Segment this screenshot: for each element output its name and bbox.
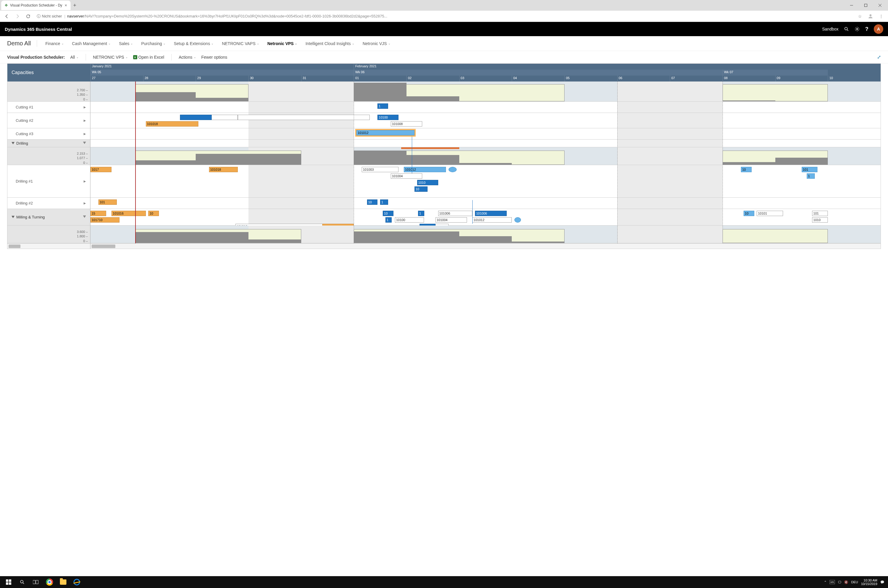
gantt-task-bar[interactable]: 10100: [377, 115, 398, 120]
gantt-task-bar[interactable]: 10: [741, 167, 751, 172]
role-tab-netronic-vaps[interactable]: NETRONIC VAPS⌄: [222, 41, 259, 46]
gantt-task-bar[interactable]: 1010: [417, 180, 438, 185]
window-maximize-button[interactable]: [859, 1, 873, 10]
actions-dropdown[interactable]: Actions⌄: [179, 55, 196, 60]
group-row-milling-turning[interactable]: Milling & Turning: [8, 209, 90, 225]
resource-row-cutting-[interactable]: Cutting #3▶: [8, 128, 90, 140]
gantt-task-bar[interactable]: 101: [98, 200, 117, 205]
bookmark-star-icon[interactable]: ☆: [855, 12, 864, 21]
browser-tab[interactable]: ✥ Visual Production Scheduler - Dy ×: [1, 1, 71, 10]
gantt-row: [90, 147, 880, 165]
timescale-cell: 28: [143, 76, 196, 81]
gantt-task-bar[interactable]: 101018: [146, 121, 199, 126]
role-tab-purchasing[interactable]: Purchasing⌄: [141, 41, 165, 46]
gantt-task-bar[interactable]: 10: [367, 200, 378, 205]
gantt-task-bar[interactable]: 10: [744, 211, 754, 216]
gear-icon[interactable]: [855, 26, 860, 32]
capacity-load: [354, 151, 407, 165]
gantt-task-bar[interactable]: 101003: [362, 167, 398, 172]
gantt-task-bar[interactable]: [238, 115, 370, 120]
gantt-row: [90, 225, 880, 243]
resource-row-cutting-[interactable]: Cutting #1▶: [8, 102, 90, 113]
window-close-button[interactable]: [873, 1, 887, 10]
gantt-task-bar[interactable]: 101: [812, 211, 828, 216]
window-minimize-button[interactable]: [845, 1, 858, 10]
fewer-options-link[interactable]: Fewer options: [201, 55, 227, 60]
gantt-task-bar[interactable]: 101004: [391, 173, 422, 179]
gantt-task-bar[interactable]: 1: [377, 104, 388, 109]
nav-reload-button[interactable]: [24, 12, 33, 21]
expand-page-icon[interactable]: ⤢: [877, 54, 881, 60]
user-avatar[interactable]: A: [874, 24, 883, 34]
gantt-task-bar[interactable]: 101012: [356, 130, 414, 135]
timescale-cell: 08: [723, 76, 775, 81]
gantt-task-bar[interactable]: 101008: [391, 121, 422, 126]
resource-row-cutting-[interactable]: Cutting #2▶: [8, 113, 90, 128]
group-row-drilling[interactable]: Drilling: [8, 140, 90, 147]
gantt-task-bar[interactable]: 101012: [472, 217, 512, 223]
gantt-task-bar[interactable]: 101710: [90, 217, 119, 223]
gantt-task-bar[interactable]: 1: [385, 217, 392, 223]
capacity-tick: 0 –: [83, 160, 88, 165]
nav-forward-button[interactable]: [13, 12, 22, 21]
capacity-load: [196, 154, 301, 165]
resource-row-drilling-[interactable]: Drilling #1▶: [8, 165, 90, 198]
netronic-vps-dropdown[interactable]: NETRONIC VPS⌄: [93, 55, 128, 60]
capacity-tick: 0 –: [83, 97, 88, 101]
help-icon[interactable]: ?: [865, 26, 868, 32]
timescale-cell: 05: [565, 76, 617, 81]
tab-favicon: ✥: [5, 3, 8, 8]
gantt-task-bar[interactable]: 101016: [111, 211, 146, 216]
role-tab-netronic-vjs[interactable]: Netronic VJS⌄: [363, 41, 391, 46]
role-tab-netronic-vps[interactable]: Netronic VPS⌄: [267, 41, 298, 46]
search-icon[interactable]: [844, 26, 849, 32]
gantt-task-bar[interactable]: 10: [148, 211, 159, 216]
gantt-task-bar[interactable]: 1: [418, 211, 424, 216]
gantt-task-bar[interactable]: 1: [380, 200, 388, 205]
open-in-excel-action[interactable]: xOpen in Excel: [133, 55, 164, 60]
role-tab-finance[interactable]: Finance⌄: [45, 41, 64, 46]
nav-back-button[interactable]: [2, 12, 11, 21]
gantt-task-bar[interactable]: [449, 167, 457, 172]
role-tab-setup-extensions[interactable]: Setup & Extensions⌄: [174, 41, 213, 46]
gantt-task-bar[interactable]: 1: [807, 173, 815, 179]
role-tab-sales[interactable]: Sales⌄: [119, 41, 133, 46]
gantt-task-bar[interactable]: [514, 217, 521, 223]
view-all-dropdown[interactable]: All⌄: [70, 55, 78, 60]
gantt-task-bar[interactable]: 10100: [395, 217, 424, 223]
tab-close-icon[interactable]: ×: [65, 3, 67, 8]
gantt-task-bar[interactable]: 101018: [209, 167, 238, 172]
timescale-cell: 31: [301, 76, 354, 81]
capacity-overload: [401, 147, 459, 149]
address-bar[interactable]: ⓘ Nicht sicher | navserver/NAV/?company=…: [35, 12, 853, 21]
gantt-task-bar[interactable]: 15: [90, 211, 106, 216]
dependency-link: [472, 200, 473, 224]
gantt-task-bar[interactable]: 101006: [438, 211, 472, 216]
gantt-task-bar[interactable]: 101: [802, 167, 817, 172]
new-tab-button[interactable]: +: [71, 1, 79, 9]
chrome-menu-icon[interactable]: ⋮: [877, 12, 886, 21]
gantt-task-bar[interactable]: 101006: [475, 211, 507, 216]
gantt-task-bar[interactable]: 101012: [404, 167, 446, 172]
timescale-cell: 01: [354, 76, 407, 81]
gantt-task-bar[interactable]: 1017: [90, 167, 111, 172]
gantt-task-bar[interactable]: 10: [383, 211, 394, 216]
resource-row-drilling-[interactable]: Drilling #2▶: [8, 198, 90, 209]
gantt-task-bar[interactable]: 10: [415, 186, 428, 192]
hscroll-right[interactable]: [90, 244, 880, 249]
gantt-row: 1510101610101101006101006101010110110171…: [90, 209, 880, 225]
gantt-task-bar[interactable]: [180, 115, 212, 120]
gantt-task-bar[interactable]: 101004: [436, 217, 467, 223]
hscroll-left[interactable]: [8, 244, 90, 249]
gantt-task-bar[interactable]: 10101: [757, 211, 783, 216]
timescale-cell: 02: [407, 76, 459, 81]
environment-badge: Sandbox: [822, 27, 838, 32]
role-tab-cash-management[interactable]: Cash Management⌄: [72, 41, 111, 46]
svg-point-7: [856, 28, 858, 30]
security-indicator: ⓘ Nicht sicher: [37, 14, 62, 19]
gantt-row: 1: [90, 102, 880, 113]
gantt-task-bar[interactable]: 1010: [812, 217, 828, 223]
role-tab-intelligent-cloud-insights[interactable]: Intelligent Cloud Insights⌄: [305, 41, 354, 46]
capacity-load: [196, 98, 248, 101]
chrome-profile-icon[interactable]: [866, 12, 875, 21]
